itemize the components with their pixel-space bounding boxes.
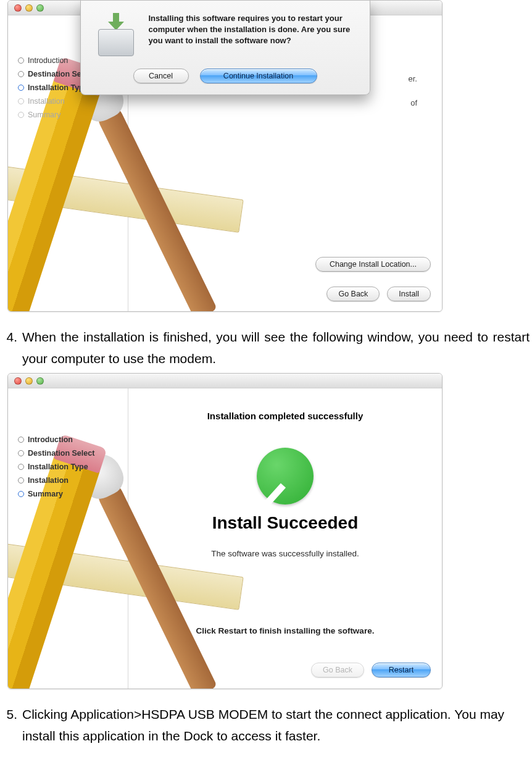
sidebar-step-summary: Summary [18, 108, 122, 122]
cancel-button[interactable]: Cancel [133, 69, 189, 83]
change-install-location-button[interactable]: Change Install Location... [315, 257, 431, 272]
sidebar-step-installation: Installation [18, 94, 122, 108]
success-check-icon [257, 448, 314, 505]
sidebar-item-label: Summary [28, 490, 63, 498]
step-text: Clicking Application>HSDPA USB MODEM to … [22, 704, 532, 747]
bullet-icon [18, 85, 24, 91]
install-button[interactable]: Install [387, 287, 431, 301]
nav-button-row: Go Back Restart [311, 663, 431, 677]
step-text: When the installation is finished, you w… [22, 327, 532, 369]
sidebar-item-label: Installation Type [28, 463, 88, 471]
zoom-icon[interactable] [36, 377, 44, 385]
sidebar-step-destination: Destination Select [18, 446, 122, 460]
confirm-restart-sheet: Installing this software requires you to… [80, 1, 370, 95]
installer-sidebar: Introduction Destination Select Installa… [8, 388, 128, 689]
change-location-row: Change Install Location... [315, 257, 431, 272]
sidebar-item-label: Introduction [28, 56, 68, 65]
sidebar-step-summary: Summary [18, 487, 122, 501]
close-icon[interactable] [14, 4, 22, 12]
success-title: Install Succeeded [128, 513, 442, 533]
continue-installation-button[interactable]: Continue Installation [200, 69, 317, 83]
go-back-button: Go Back [311, 663, 364, 677]
minimize-icon[interactable] [25, 4, 33, 12]
obscured-text: er. [409, 74, 417, 83]
doc-step-4: 4. When the installation is finished, yo… [0, 317, 532, 369]
go-back-button[interactable]: Go Back [326, 287, 380, 301]
restart-instruction: Click Restart to finish installing the s… [128, 626, 442, 635]
sidebar-item-label: Introduction [28, 435, 73, 444]
minimize-icon[interactable] [25, 377, 33, 385]
sidebar-item-label: Installation [28, 97, 65, 106]
bullet-icon [18, 491, 24, 497]
installer-window-confirm: Introduction Destination Select Installa… [7, 0, 443, 312]
step-number: 5. [0, 704, 22, 747]
close-icon[interactable] [14, 377, 22, 385]
sidebar-item-label: Destination Select [28, 449, 94, 458]
bullet-icon [18, 71, 24, 77]
obscured-text: of [410, 98, 417, 107]
sidebar-step-installation: Installation [18, 474, 122, 487]
bullet-icon [18, 477, 24, 484]
bullet-icon [18, 450, 24, 456]
install-disk-icon [94, 13, 138, 56]
sheet-message: Installing this software requires you to… [149, 13, 356, 56]
restart-button[interactable]: Restart [372, 663, 431, 677]
bullet-icon [18, 57, 24, 64]
success-header: Installation completed successfully [128, 411, 442, 421]
sidebar-step-introduction: Introduction [18, 433, 122, 446]
bullet-icon [18, 98, 24, 104]
installer-window-success: Introduction Destination Select Installa… [7, 373, 443, 689]
installer-content: Installation completed successfully Inst… [128, 388, 442, 689]
bullet-icon [18, 464, 24, 470]
success-subtext: The software was successfully installed. [128, 549, 442, 558]
bullet-icon [18, 112, 24, 118]
zoom-icon[interactable] [36, 4, 44, 12]
sidebar-step-install-type: Installation Type [18, 460, 122, 474]
nav-button-row: Go Back Install [326, 287, 431, 301]
doc-step-5: 5. Clicking Application>HSDPA USB MODEM … [0, 694, 532, 747]
sidebar-item-label: Summary [28, 111, 60, 119]
bullet-icon [18, 437, 24, 443]
step-number: 4. [0, 327, 22, 369]
sidebar-item-label: Installation Type [28, 83, 88, 92]
sidebar-item-label: Installation [28, 476, 69, 485]
titlebar [8, 374, 442, 388]
